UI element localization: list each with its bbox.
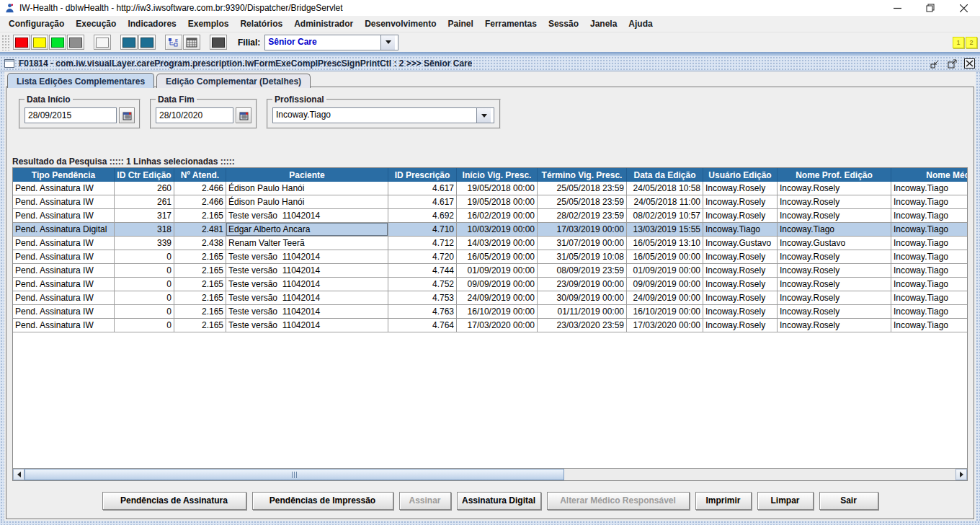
table-cell[interactable]: 23/09/2019 00:00	[538, 278, 627, 291]
table-cell[interactable]: 4.692	[388, 209, 457, 223]
table-row-5[interactable]: Pend. Assinatura IW02.165Teste versão 11…	[13, 250, 967, 264]
table-cell[interactable]: Incoway.Tiago	[778, 223, 891, 237]
gray-swatch-button[interactable]	[67, 35, 84, 50]
table-cell[interactable]: 08/09/2019 23:59	[538, 264, 627, 278]
menu-item-2[interactable]: Indicadores	[122, 17, 182, 30]
table-cell[interactable]: 0	[115, 250, 174, 264]
table-cell[interactable]: 2.481	[174, 223, 226, 237]
table-cell[interactable]: Incoway.Tiago	[891, 319, 967, 332]
table-cell[interactable]: Incoway.Rosely	[778, 182, 891, 195]
column-header-6[interactable]: Término Vig. Presc.	[538, 168, 627, 182]
table-cell[interactable]: Pend. Assinatura IW	[13, 291, 115, 305]
table-cell[interactable]: 19/05/2018 00:00	[457, 182, 538, 195]
menu-item-8[interactable]: Ferramentas	[479, 17, 543, 30]
table-cell[interactable]: Incoway.Tiago	[891, 250, 967, 264]
table-cell[interactable]: Incoway.Rosely	[778, 278, 891, 291]
table-cell[interactable]: 0	[115, 291, 174, 305]
table-cell[interactable]: 31/05/2019 10:08	[538, 250, 627, 264]
tab-0[interactable]: Lista Edições Complementares	[7, 73, 154, 88]
toolbar-grip[interactable]	[1, 35, 10, 50]
yellow-swatch-button[interactable]	[31, 35, 48, 50]
table-cell[interactable]: 09/09/2019 00:00	[457, 278, 538, 291]
table-cell[interactable]: 2.165	[174, 278, 226, 291]
table-cell[interactable]: 4.712	[388, 237, 457, 250]
grid-window-button[interactable]	[183, 35, 200, 50]
table-cell[interactable]: 4.763	[388, 305, 457, 319]
table-cell[interactable]: Incoway.Rosely	[778, 195, 891, 209]
table-cell[interactable]: 17/03/2020 00:00	[457, 319, 538, 332]
table-cell[interactable]: Teste versão 11042014	[226, 264, 388, 278]
footer-button-imprimir[interactable]: Imprimir	[695, 492, 752, 510]
table-row-2[interactable]: Pend. Assinatura IW3172.165Teste versão …	[13, 209, 967, 223]
close-button[interactable]	[947, 0, 980, 16]
table-cell[interactable]: 08/02/2019 10:57	[627, 209, 703, 223]
table-row-0[interactable]: Pend. Assinatura IW2602.466Édison Paulo …	[13, 182, 967, 195]
table-cell[interactable]: 01/09/2019 00:00	[457, 264, 538, 278]
table-cell[interactable]: 339	[115, 237, 174, 250]
table-row-6[interactable]: Pend. Assinatura IW02.165Teste versão 11…	[13, 264, 967, 278]
dark-swatch-button[interactable]	[210, 35, 227, 50]
quick-button-1[interactable]: 1	[953, 37, 964, 48]
table-cell[interactable]: 28/02/2019 23:59	[538, 209, 627, 223]
frame-maximize-button[interactable]	[945, 58, 958, 69]
table-cell[interactable]: Incoway.Rosely	[778, 264, 891, 278]
focused-cell[interactable]: Edgar Alberto Ancara	[226, 223, 388, 237]
menu-item-5[interactable]: Administrador	[288, 17, 359, 30]
table-cell[interactable]: 4.710	[388, 223, 457, 237]
quick-button-2[interactable]: 2	[966, 37, 977, 48]
menu-item-1[interactable]: Execução	[70, 17, 122, 30]
table-cell[interactable]: 24/09/2019 00:00	[457, 291, 538, 305]
table-cell[interactable]: 24/05/2018 11:00	[627, 195, 703, 209]
table-cell[interactable]: Incoway.Rosely	[703, 195, 778, 209]
table-cell[interactable]: Incoway.Rosely	[703, 264, 778, 278]
frame-iconify-button[interactable]	[928, 58, 941, 69]
column-header-9[interactable]: Nome Prof. Edição	[778, 168, 891, 182]
table-cell[interactable]: 2.165	[174, 250, 226, 264]
table-cell[interactable]: Incoway.Tiago	[891, 291, 967, 305]
tree-view-button[interactable]: E	[165, 35, 182, 50]
table-cell[interactable]: 16/10/2019 00:00	[627, 305, 703, 319]
profissional-combobox[interactable]: Incoway.Tiago	[272, 107, 494, 123]
table-cell[interactable]: Pend. Assinatura Digital	[13, 223, 115, 237]
table-cell[interactable]: 4.617	[388, 182, 457, 195]
table-cell[interactable]: Incoway.Tiago	[891, 237, 967, 250]
table-cell[interactable]: 2.438	[174, 237, 226, 250]
table-cell[interactable]: Incoway.Tiago	[891, 182, 967, 195]
filial-dropdown-button[interactable]	[380, 35, 395, 50]
footer-button-pendencias-de-assinatura[interactable]: Pendências de Assinatura	[102, 492, 246, 510]
data-inicio-calendar-button[interactable]	[119, 107, 135, 123]
table-cell[interactable]: Incoway.Rosely	[778, 319, 891, 332]
table-cell[interactable]: 2.466	[174, 182, 226, 195]
table-cell[interactable]: 19/05/2018 00:00	[457, 195, 538, 209]
table-cell[interactable]: 24/09/2019 00:00	[627, 291, 703, 305]
table-cell[interactable]: Incoway.Rosely	[703, 291, 778, 305]
table-cell[interactable]: 261	[115, 195, 174, 209]
white-swatch-button[interactable]	[94, 35, 111, 50]
table-cell[interactable]: Pend. Assinatura IW	[13, 195, 115, 209]
table-cell[interactable]: Incoway.Tiago	[891, 305, 967, 319]
table-cell[interactable]: 23/03/2020 23:59	[538, 319, 627, 332]
frame-close-button[interactable]	[963, 58, 976, 69]
table-cell[interactable]: 2.165	[174, 264, 226, 278]
table-cell[interactable]: Incoway.Gustavo	[778, 237, 891, 250]
table-cell[interactable]: 13/03/2019 15:55	[627, 223, 703, 237]
table-cell[interactable]: Incoway.Rosely	[778, 291, 891, 305]
table-cell[interactable]: 4.764	[388, 319, 457, 332]
table-cell[interactable]: Incoway.Rosely	[778, 250, 891, 264]
footer-button-limpar[interactable]: Limpar	[757, 492, 814, 510]
table-cell[interactable]: Incoway.Tiago	[703, 223, 778, 237]
scrollbar-thumb[interactable]	[24, 469, 564, 480]
green-swatch-button[interactable]	[49, 35, 66, 50]
table-row-3[interactable]: Pend. Assinatura Digital3182.481Edgar Al…	[13, 223, 967, 237]
restore-button[interactable]	[914, 0, 947, 16]
column-header-2[interactable]: Nº Atend.	[174, 168, 226, 182]
table-row-1[interactable]: Pend. Assinatura IW2612.466Édison Paulo …	[13, 195, 967, 209]
table-cell[interactable]: Incoway.Rosely	[703, 278, 778, 291]
teal-swatch-button-2[interactable]	[138, 35, 156, 50]
table-cell[interactable]: 25/05/2018 23:59	[538, 195, 627, 209]
table-cell[interactable]: Teste versão 11042014	[226, 305, 388, 319]
column-header-8[interactable]: Usuário Edição	[703, 168, 778, 182]
table-cell[interactable]: 09/09/2019 00:00	[627, 278, 703, 291]
internal-frame-title-bar[interactable]: F01814 - com.iw.visualLayer.careProgram.…	[0, 56, 980, 71]
table-cell[interactable]: 4.720	[388, 250, 457, 264]
